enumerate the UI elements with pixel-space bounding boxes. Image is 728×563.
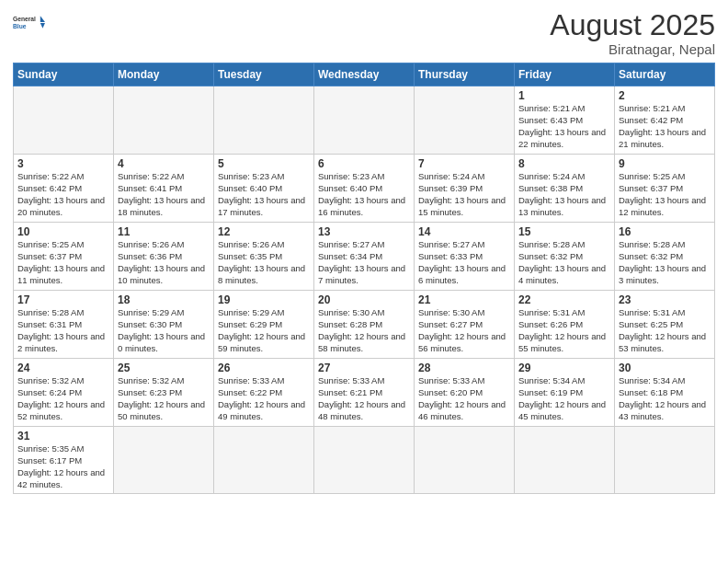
location: Biratnagar, Nepal: [550, 41, 715, 57]
week-row-6: 31 Sunrise: 5:35 AMSunset: 6:17 PMDaylig…: [14, 427, 715, 494]
week-row-1: 1 Sunrise: 5:21 AMSunset: 6:43 PMDayligh…: [14, 86, 715, 155]
day-5: 5 Sunrise: 5:23 AMSunset: 6:40 PMDayligh…: [214, 155, 314, 223]
day-22: 22 Sunrise: 5:31 AMSunset: 6:26 PMDaylig…: [515, 291, 615, 359]
day-15: 15 Sunrise: 5:28 AMSunset: 6:32 PMDaylig…: [515, 223, 615, 291]
day-29: 29 Sunrise: 5:34 AMSunset: 6:19 PMDaylig…: [515, 359, 615, 427]
week-row-2: 3 Sunrise: 5:22 AMSunset: 6:42 PMDayligh…: [14, 155, 715, 223]
empty-cell: [314, 86, 415, 155]
day-28: 28 Sunrise: 5:33 AMSunset: 6:20 PMDaylig…: [415, 359, 515, 427]
day-31: 31 Sunrise: 5:35 AMSunset: 6:17 PMDaylig…: [14, 427, 114, 494]
empty-cell: [214, 86, 314, 155]
header: GeneralBlue August 2025 Biratnagar, Nepa…: [13, 9, 715, 57]
empty-cell: [214, 427, 314, 494]
month-year: August 2025: [550, 9, 715, 41]
header-saturday: Saturday: [615, 63, 715, 86]
day-17: 17 Sunrise: 5:28 AMSunset: 6:31 PMDaylig…: [14, 291, 114, 359]
header-tuesday: Tuesday: [214, 63, 314, 86]
day-2: 2 Sunrise: 5:21 AMSunset: 6:42 PMDayligh…: [615, 86, 715, 155]
day-16: 16 Sunrise: 5:28 AMSunset: 6:32 PMDaylig…: [615, 223, 715, 291]
day-4: 4 Sunrise: 5:22 AMSunset: 6:41 PMDayligh…: [114, 155, 214, 223]
logo: GeneralBlue: [13, 9, 46, 35]
empty-cell: [415, 86, 515, 155]
empty-cell: [114, 86, 214, 155]
empty-cell: [415, 427, 515, 494]
header-monday: Monday: [114, 63, 214, 86]
day-1: 1 Sunrise: 5:21 AMSunset: 6:43 PMDayligh…: [515, 86, 615, 155]
day-14: 14 Sunrise: 5:27 AMSunset: 6:33 PMDaylig…: [415, 223, 515, 291]
day-27: 27 Sunrise: 5:33 AMSunset: 6:21 PMDaylig…: [314, 359, 415, 427]
day-25: 25 Sunrise: 5:32 AMSunset: 6:23 PMDaylig…: [114, 359, 214, 427]
day-20: 20 Sunrise: 5:30 AMSunset: 6:28 PMDaylig…: [314, 291, 415, 359]
empty-cell: [615, 427, 715, 494]
empty-cell: [114, 427, 214, 494]
day-3: 3 Sunrise: 5:22 AMSunset: 6:42 PMDayligh…: [14, 155, 114, 223]
day-12: 12 Sunrise: 5:26 AMSunset: 6:35 PMDaylig…: [214, 223, 314, 291]
logo-icon: GeneralBlue: [13, 9, 46, 35]
day-26: 26 Sunrise: 5:33 AMSunset: 6:22 PMDaylig…: [214, 359, 314, 427]
week-row-5: 24 Sunrise: 5:32 AMSunset: 6:24 PMDaylig…: [14, 359, 715, 427]
day-21: 21 Sunrise: 5:30 AMSunset: 6:27 PMDaylig…: [415, 291, 515, 359]
header-wednesday: Wednesday: [314, 63, 415, 86]
svg-marker-2: [40, 16, 45, 22]
weekday-header-row: Sunday Monday Tuesday Wednesday Thursday…: [14, 63, 715, 86]
day-23: 23 Sunrise: 5:31 AMSunset: 6:25 PMDaylig…: [615, 291, 715, 359]
header-sunday: Sunday: [14, 63, 114, 86]
day-30: 30 Sunrise: 5:34 AMSunset: 6:18 PMDaylig…: [615, 359, 715, 427]
day-24: 24 Sunrise: 5:32 AMSunset: 6:24 PMDaylig…: [14, 359, 114, 427]
header-thursday: Thursday: [415, 63, 515, 86]
empty-cell: [515, 427, 615, 494]
day-7: 7 Sunrise: 5:24 AMSunset: 6:39 PMDayligh…: [415, 155, 515, 223]
week-row-3: 10 Sunrise: 5:25 AMSunset: 6:37 PMDaylig…: [14, 223, 715, 291]
day-13: 13 Sunrise: 5:27 AMSunset: 6:34 PMDaylig…: [314, 223, 415, 291]
empty-cell: [14, 86, 114, 155]
svg-text:General: General: [13, 16, 36, 22]
week-row-4: 17 Sunrise: 5:28 AMSunset: 6:31 PMDaylig…: [14, 291, 715, 359]
day-6: 6 Sunrise: 5:23 AMSunset: 6:40 PMDayligh…: [314, 155, 415, 223]
day-8: 8 Sunrise: 5:24 AMSunset: 6:38 PMDayligh…: [515, 155, 615, 223]
calendar: Sunday Monday Tuesday Wednesday Thursday…: [13, 63, 715, 494]
title-block: August 2025 Biratnagar, Nepal: [550, 9, 715, 57]
header-friday: Friday: [515, 63, 615, 86]
day-18: 18 Sunrise: 5:29 AMSunset: 6:30 PMDaylig…: [114, 291, 214, 359]
svg-marker-3: [40, 23, 45, 29]
day-11: 11 Sunrise: 5:26 AMSunset: 6:36 PMDaylig…: [114, 223, 214, 291]
empty-cell: [314, 427, 415, 494]
day-9: 9 Sunrise: 5:25 AMSunset: 6:37 PMDayligh…: [615, 155, 715, 223]
day-10: 10 Sunrise: 5:25 AMSunset: 6:37 PMDaylig…: [14, 223, 114, 291]
page: GeneralBlue August 2025 Biratnagar, Nepa…: [0, 0, 728, 563]
day-19: 19 Sunrise: 5:29 AMSunset: 6:29 PMDaylig…: [214, 291, 314, 359]
svg-text:Blue: Blue: [13, 23, 27, 29]
